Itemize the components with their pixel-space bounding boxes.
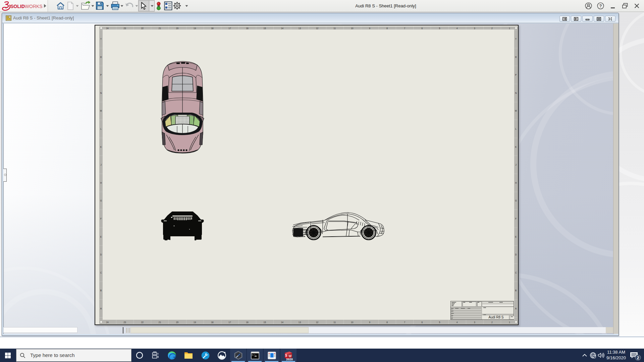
svg-text:?: ? <box>599 3 602 8</box>
svg-text:2: 2 <box>637 356 639 360</box>
svg-text:C:\_: C:\_ <box>252 354 257 356</box>
svg-text:2020: 2020 <box>286 358 293 361</box>
svg-text:S: S <box>285 354 287 357</box>
